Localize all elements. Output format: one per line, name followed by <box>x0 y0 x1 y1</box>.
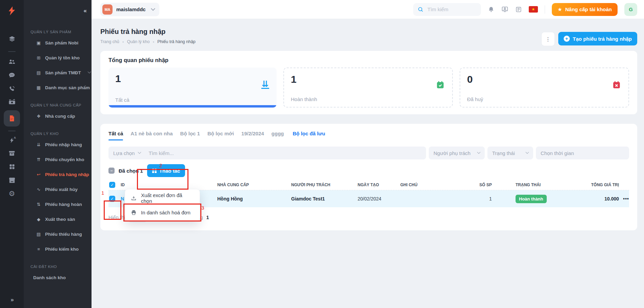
sidebar-item-phieu-tra-hang-nhap[interactable]: ↩Phiếu trả hàng nhập <box>24 167 92 182</box>
overview-label: Đã huỷ <box>467 96 622 102</box>
marketplace-bag-icon: ◆ <box>36 217 41 222</box>
sidebar-item-phieu-hang-hoan[interactable]: ⇅Phiếu hàng hoàn <box>24 197 92 212</box>
news-icon[interactable] <box>515 6 522 13</box>
sidebar-item-san-pham-nobi[interactable]: ▣Sản phẩm Nobi <box>24 35 92 50</box>
overview-value: 1 <box>291 74 445 85</box>
tab-a1-ne-ba-con-nha[interactable]: A1 nè bà con nha <box>130 131 173 136</box>
tab-bo-loc-1[interactable]: Bộ lọc 1 <box>180 131 200 136</box>
storefront-icon[interactable] <box>8 176 16 184</box>
tab-gggg[interactable]: gggg <box>271 131 284 136</box>
select-all-checkbox-indeterminate[interactable]: – <box>108 168 115 174</box>
column-header-note[interactable]: GHI CHÚ <box>400 182 471 187</box>
sidebar-item-phieu-nhap-hang[interactable]: ⇊Phiếu nhập hàng <box>24 137 92 152</box>
status-filter-select[interactable]: Trạng thái <box>487 147 533 159</box>
stocktake-checklist-icon: ≡ <box>36 247 41 252</box>
destroy-icon: ∿ <box>36 187 41 192</box>
archive-box-icon[interactable] <box>8 150 16 157</box>
phone-icon[interactable] <box>8 85 16 92</box>
inventory-icon: ⊞ <box>36 55 41 60</box>
page-more-menu-icon[interactable]: ⋮ <box>541 32 555 46</box>
sidebar-item-danh-muc-san-pham[interactable]: ▦Danh mục sản phẩm <box>24 80 92 95</box>
app-window: A ⚙ » « QUẢN LÝ SẢN PHẨM ▣Sản phẩm Nobi … <box>0 0 644 308</box>
row-checkbox-checked[interactable]: ✓ <box>109 196 115 202</box>
sidebar-item-nha-cung-cap[interactable]: ❖Nhà cung cấp <box>24 109 92 123</box>
assignee-filter-select[interactable]: Người phụ trách <box>429 147 485 159</box>
bulk-action-button[interactable]: Thao tác <box>147 164 185 177</box>
row-actions-icon[interactable]: ••• <box>619 196 629 201</box>
time-range-filter[interactable]: Chọn thời gian <box>536 147 629 159</box>
download-icon <box>131 195 137 201</box>
breadcrumb-home[interactable]: Trang chủ <box>100 39 119 44</box>
notification-bell-icon[interactable] <box>488 6 495 13</box>
sidebar-item-danh-sach-kho[interactable]: Danh sách kho <box>24 270 92 285</box>
vietnam-flag-icon[interactable]: ★ <box>529 6 538 13</box>
sidebar-expand-icon[interactable]: » <box>0 296 24 303</box>
layers-icon[interactable] <box>8 35 16 42</box>
sidebar-item-phieu-thieu-hang[interactable]: ▤Phiếu thiếu hàng <box>24 227 92 242</box>
saved-filters-link[interactable]: Bộ lọc đã lưu <box>293 131 325 136</box>
page-header: Phiếu trả hàng nhập Trang chủ ● Quản lý … <box>92 19 644 46</box>
chat-icon[interactable] <box>8 72 16 79</box>
column-header-created[interactable]: NGÀY TẠO <box>358 182 400 187</box>
overview-label: Hoàn thành <box>291 96 445 102</box>
search-input[interactable] <box>427 6 472 13</box>
tab-all[interactable]: Tất cả <box>108 131 123 136</box>
workspace-avatar: MA <box>102 4 113 15</box>
sidebar-item-phieu-chuyen-kho[interactable]: ⇈Phiếu chuyển kho <box>24 152 92 167</box>
flash-automation-icon[interactable]: A <box>9 137 15 143</box>
settings-gear-icon[interactable]: ⚙ <box>9 190 15 197</box>
printer-icon <box>131 210 137 215</box>
plus-icon: + <box>564 36 570 42</box>
create-return-slip-button[interactable]: + Tạo phiếu trả hàng nhập <box>558 32 637 45</box>
documents-icon-active[interactable] <box>4 110 20 127</box>
selected-count-label: Đã chọn 1 <box>119 168 143 174</box>
column-header-assignee[interactable]: NGƯỜI PHỤ TRÁCH <box>291 182 358 187</box>
list-search-input[interactable] <box>148 150 421 156</box>
tab-bo-loc-moi[interactable]: Bộ lọc mới <box>207 131 234 136</box>
bulk-action-dropdown: Xuất excel đơn đã chọn In danh sách hoá … <box>125 189 200 222</box>
column-header-id[interactable]: ID <box>121 182 217 187</box>
sidebar-item-xuat-theo-san[interactable]: ◆Xuất theo sàn <box>24 212 92 227</box>
tab-19-2-2024[interactable]: 19/2/2024 <box>241 131 264 136</box>
workspace-selector[interactable]: MA maislamddc <box>100 3 159 16</box>
brand-logo-bolt-icon[interactable] <box>6 5 17 18</box>
column-header-supplier[interactable]: NHÀ CUNG CẤP <box>217 182 291 187</box>
menu-item-export-excel[interactable]: Xuất excel đơn đã chọn <box>125 191 200 205</box>
refund-icon: ⇅ <box>36 202 41 207</box>
calendar-x-icon <box>612 80 621 91</box>
apps-grid-icon[interactable] <box>8 163 16 170</box>
sidebar-item-phieu-kiem-kho[interactable]: ≡Phiếu kiểm kho <box>24 242 92 256</box>
return-icon: ↩ <box>36 172 41 177</box>
breadcrumb: Trang chủ ● Quản lý kho ● Phiếu trả hàng… <box>100 39 196 44</box>
global-search[interactable] <box>413 3 481 16</box>
header-checkbox-checked[interactable]: ✓ <box>109 182 115 188</box>
overview-card-cancelled[interactable]: 0 Đã huỷ <box>460 68 629 108</box>
breadcrumb-section[interactable]: Quản lý kho <box>127 39 150 44</box>
shortage-clipboard-icon: ▤ <box>36 232 41 237</box>
sidebar-item-phieu-xuat-huy[interactable]: ∿Phiếu xuất hủy <box>24 182 92 197</box>
user-avatar[interactable]: G <box>624 3 637 16</box>
filter-row: Lựa chọn Người phụ trách Trạng thái Chọn… <box>108 147 629 159</box>
money-transfer-icon[interactable] <box>8 98 16 106</box>
column-header-total[interactable]: TỔNG GIÁ TRỊ <box>558 182 619 187</box>
breadcrumb-current: Phiếu trả hàng nhập <box>157 39 196 44</box>
customers-icon[interactable] <box>8 58 16 65</box>
overview-card-completed[interactable]: 1 Hoàn thành <box>283 68 453 108</box>
support-screen-icon[interactable] <box>501 6 508 13</box>
upgrade-account-button[interactable]: ★ Nâng cấp tài khoản <box>552 3 618 16</box>
column-header-qty[interactable]: SỐ SP <box>471 182 492 187</box>
search-type-select[interactable]: Lựa chọn <box>113 150 135 156</box>
overview-value: 0 <box>467 74 622 85</box>
sidebar-item-quan-ly-ton-kho[interactable]: ⊞Quản lý tồn kho <box>24 50 92 65</box>
column-header-status[interactable]: TRẠNG THÁI <box>492 182 558 187</box>
sidebar-collapse-icon[interactable]: « <box>84 7 86 14</box>
category-grid-icon: ▦ <box>36 85 41 90</box>
sidebar-section-title: QUẢN LÝ SẢN PHẨM <box>31 30 92 34</box>
menu-item-print-invoices[interactable]: In danh sách hoá đơn <box>125 205 200 219</box>
row-assignee: Giamdoc Test1 <box>291 196 358 201</box>
overview-panel: Tổng quan phiếu nhập 1 Tất cả ⇊ 1 Hoàn t… <box>100 51 637 114</box>
row-total: 10.000 <box>558 196 619 201</box>
chevron-down-icon <box>526 151 529 154</box>
overview-card-all[interactable]: 1 Tất cả ⇊ <box>108 68 277 108</box>
sidebar-item-san-pham-tmdt[interactable]: ▤Sản phẩm TMĐT <box>24 65 92 80</box>
